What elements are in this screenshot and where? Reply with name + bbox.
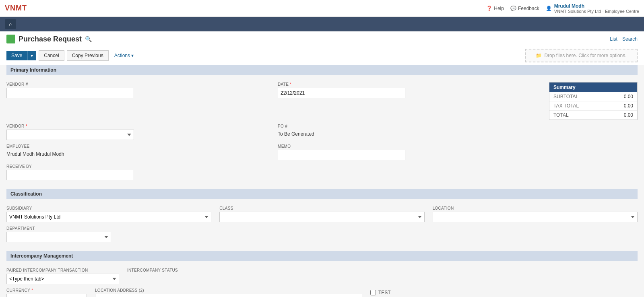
actions-button[interactable]: Actions ▾ xyxy=(111,51,137,60)
department-field: DEPARTMENT xyxy=(6,226,111,242)
test-label: TEST xyxy=(378,290,391,295)
save-button[interactable]: Save xyxy=(6,51,27,60)
search-link[interactable]: Search xyxy=(622,36,638,42)
tax-total-value: 0.00 xyxy=(624,103,633,109)
receive-by-label: RECEIVE BY xyxy=(6,164,134,169)
user-info: 👤 Mrudul Modh VNMT Solutions Pty Ltd - E… xyxy=(546,3,639,14)
subtotal-label: SUBTOTAL xyxy=(553,94,578,99)
class-field: CLASS xyxy=(219,206,424,222)
receive-by-field: RECEIVE BY xyxy=(6,164,134,180)
subsidiary-label: SUBSIDIARY xyxy=(6,206,211,210)
paired-intercompany-field: PAIRED INTERCOMPANY TRANSACTION <Type th… xyxy=(6,268,119,284)
cancel-button[interactable]: Cancel xyxy=(39,50,64,61)
user-icon: 👤 xyxy=(546,6,552,11)
vendor-required-star: * xyxy=(26,124,27,128)
primary-information-body: VENDOR # DATE * Summary xyxy=(6,79,638,189)
logo-area: VNMT xyxy=(5,4,27,12)
paired-intercompany-select[interactable]: <Type then tab> xyxy=(6,274,119,284)
summary-box: Summary SUBTOTAL 0.00 TAX TOTAL 0.00 TOT… xyxy=(549,82,638,120)
list-link[interactable]: List xyxy=(610,36,617,42)
summary-tax-row: TAX TOTAL 0.00 xyxy=(549,101,637,111)
memo-input[interactable] xyxy=(278,150,405,160)
location-address-2-textarea[interactable] xyxy=(95,294,362,297)
po-hash-field: PO # To Be Generated xyxy=(278,124,405,138)
vendor-field: VENDOR * xyxy=(6,124,134,140)
primary-row-3: EMPLOYEE Mrudul Modh Mrudul Modh MEMO xyxy=(6,144,638,160)
page-title-area: Purchase Request 🔍 xyxy=(6,35,92,43)
page-title: Purchase Request xyxy=(19,35,82,43)
location-label: LOCATION xyxy=(433,206,638,210)
currency-required-star: * xyxy=(31,288,33,293)
user-details: Mrudul Modh VNMT Solutions Pty Ltd - Emp… xyxy=(554,3,639,14)
class-row-2: DEPARTMENT xyxy=(6,226,638,242)
employee-value: Mrudul Modh Mrudul Modh xyxy=(6,150,134,159)
user-company: VNMT Solutions Pty Ltd - Employee Centre xyxy=(554,9,639,14)
test-checkbox-row: TEST xyxy=(370,288,638,295)
receive-by-input[interactable] xyxy=(6,170,134,180)
vendor-hash-input[interactable] xyxy=(6,88,134,98)
classification-body: SUBSIDIARY VNMT Solutions Pty Ltd CLASS … xyxy=(6,203,638,251)
po-hash-value: To Be Generated xyxy=(278,130,405,138)
currency-field: CURRENCY * AUS xyxy=(6,288,87,297)
location-address-2-field: LOCATION ADDRESS (2) xyxy=(95,288,362,297)
intercompany-row-1: PAIRED INTERCOMPANY TRANSACTION <Type th… xyxy=(6,268,638,284)
date-field: DATE * xyxy=(278,82,405,98)
department-label: DEPARTMENT xyxy=(6,226,111,231)
primary-information-header: Primary Information xyxy=(6,65,638,75)
dark-nav-bar: ⌂ xyxy=(0,17,644,31)
employee-label: EMPLOYEE xyxy=(6,144,134,148)
home-button[interactable]: ⌂ xyxy=(5,19,16,29)
page-search-icon-button[interactable]: 🔍 xyxy=(85,36,92,42)
classification-header: Classification xyxy=(6,189,638,199)
top-navigation: VNMT ❓ Help 💬 Feedback 👤 Mrudul Modh VNM… xyxy=(0,0,644,17)
folder-icon: 📁 xyxy=(536,53,542,58)
intercompany-row-2: CURRENCY * AUS LOCATION ADDRESS (2) xyxy=(6,288,638,297)
intercompany-body: PAIRED INTERCOMPANY TRANSACTION <Type th… xyxy=(6,265,638,297)
page-header: Purchase Request 🔍 List Search xyxy=(0,31,644,46)
location-field: LOCATION xyxy=(433,206,638,222)
date-label: DATE * xyxy=(278,82,405,87)
save-button-group: Save ▼ xyxy=(6,51,36,60)
total-label: TOTAL xyxy=(553,112,569,118)
primary-row-2: VENDOR * PO # To Be Generated xyxy=(6,124,638,140)
vendor-label: VENDOR * xyxy=(6,124,134,128)
page-header-right: List Search xyxy=(610,36,638,42)
currency-label: CURRENCY * xyxy=(6,288,87,293)
top-nav-right: ❓ Help 💬 Feedback 👤 Mrudul Modh VNMT Sol… xyxy=(486,3,639,14)
po-hash-label: PO # xyxy=(278,124,405,128)
class-row-1: SUBSIDIARY VNMT Solutions Pty Ltd CLASS … xyxy=(6,206,638,222)
intercompany-section: Intercompany Management PAIRED INTERCOMP… xyxy=(6,251,638,297)
toolbar-right: 📁 Drop files here. Click for more option… xyxy=(525,49,638,62)
vendor-hash-field: VENDOR # xyxy=(6,82,134,98)
help-icon: ❓ xyxy=(486,6,492,11)
help-link[interactable]: ❓ Help xyxy=(486,6,504,11)
test-checkbox[interactable] xyxy=(370,290,376,295)
drop-files-label: Drop files here. Click for more options. xyxy=(544,53,626,58)
feedback-link[interactable]: 💬 Feedback xyxy=(510,6,539,11)
app-logo: VNMT xyxy=(5,4,27,12)
vendor-hash-label: VENDOR # xyxy=(6,82,134,87)
subsidiary-select[interactable]: VNMT Solutions Pty Ltd xyxy=(6,212,211,222)
date-input[interactable] xyxy=(278,88,405,98)
vendor-select[interactable] xyxy=(6,130,134,140)
primary-row-4: RECEIVE BY xyxy=(6,164,638,180)
total-value: 0.00 xyxy=(624,112,633,118)
department-select[interactable] xyxy=(6,232,111,242)
subtotal-value: 0.00 xyxy=(624,94,633,99)
drop-files-area[interactable]: 📁 Drop files here. Click for more option… xyxy=(525,49,638,62)
paired-intercompany-label: PAIRED INTERCOMPANY TRANSACTION xyxy=(6,268,119,272)
feedback-label: Feedback xyxy=(518,6,539,11)
memo-field: MEMO xyxy=(278,144,405,160)
currency-select[interactable]: AUS xyxy=(6,294,87,297)
save-dropdown-button[interactable]: ▼ xyxy=(27,51,36,60)
copy-previous-button[interactable]: Copy Previous xyxy=(67,50,109,61)
employee-field: EMPLOYEE Mrudul Modh Mrudul Modh xyxy=(6,144,134,159)
class-select[interactable] xyxy=(219,212,424,222)
summary-subtotal-row: SUBTOTAL 0.00 xyxy=(549,92,637,101)
intercompany-header: Intercompany Management xyxy=(6,251,638,261)
location-select[interactable] xyxy=(433,212,638,222)
location-address-2-label: LOCATION ADDRESS (2) xyxy=(95,288,362,293)
primary-row-1: VENDOR # DATE * Summary xyxy=(6,82,638,120)
intercompany-status-label: INTERCOMPANY STATUS xyxy=(127,268,295,272)
summary-container: Summary SUBTOTAL 0.00 TAX TOTAL 0.00 TOT… xyxy=(549,82,638,120)
